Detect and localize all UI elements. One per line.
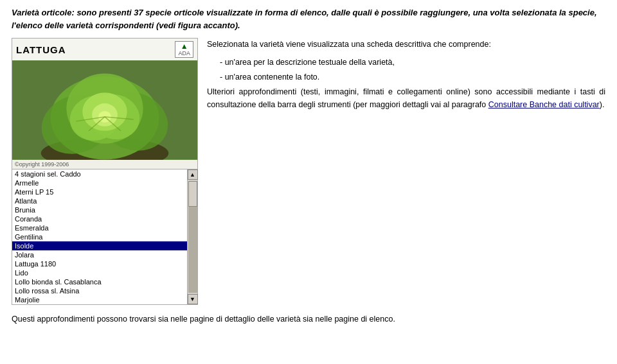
list-item[interactable]: Esmeralda <box>12 223 187 232</box>
list-item[interactable]: Coranda <box>12 214 187 223</box>
bullet-photo: - un'area contenente la foto. <box>220 71 605 83</box>
right-para1: Selezionata la varietà viene visualizzat… <box>207 38 605 51</box>
lettuce-illustration <box>12 60 197 160</box>
cultivar-link[interactable]: Consultare Banche dati cultivar <box>488 100 600 109</box>
variety-header: LATTUGA ▲ ADA <box>12 39 197 60</box>
variety-list-section: 4 stagioni sel. CaddoArmelleAterni LP 15… <box>12 169 197 304</box>
list-item[interactable]: Lollo bionda sl. Casablanca <box>12 277 187 286</box>
list-item[interactable]: Jolara <box>12 250 187 259</box>
list-item[interactable]: Lattuga 1180 <box>12 259 187 268</box>
right-para2: Ulteriori approfondimenti (testi, immagi… <box>207 85 605 111</box>
list-item[interactable]: Marjolie <box>12 295 187 304</box>
bottom-para: Questi approfondimenti possono trovarsi … <box>12 313 605 325</box>
list-item[interactable]: Atlanta <box>12 196 187 205</box>
scrollbar-track <box>188 181 197 293</box>
scrollbar-thumb[interactable] <box>188 181 197 207</box>
bottom-text: Questi approfondimenti possono trovarsi … <box>12 313 605 325</box>
ada-arrow-icon: ▲ <box>181 42 188 50</box>
page-title: Varietà orticole: sono presenti 37 speci… <box>12 6 605 31</box>
variety-list[interactable]: 4 stagioni sel. CaddoArmelleAterni LP 15… <box>12 169 187 304</box>
list-item[interactable]: Aterni LP 15 <box>12 187 187 196</box>
list-item[interactable]: Lollo rossa sl. Atsina <box>12 286 187 295</box>
variety-image <box>12 60 197 160</box>
scrollbar[interactable]: ▲ ▼ <box>187 169 197 304</box>
right-bullets: - un'area per la descrizione testuale de… <box>220 56 605 83</box>
list-item[interactable]: Gentilina <box>12 232 187 241</box>
ada-badge: ▲ ADA <box>175 41 193 58</box>
right-description: Selezionata la varietà viene visualizzat… <box>207 38 605 111</box>
right-panel: Selezionata la varietà viene visualizzat… <box>207 38 605 305</box>
list-item[interactable]: Brunia <box>12 205 187 214</box>
scroll-down-button[interactable]: ▼ <box>188 294 198 304</box>
list-item[interactable]: 4 stagioni sel. Caddo <box>12 169 187 178</box>
ada-label: ADA <box>178 50 190 56</box>
variety-box: LATTUGA ▲ ADA <box>12 38 198 305</box>
scroll-up-button[interactable]: ▲ <box>188 169 198 180</box>
bullet-description: - un'area per la descrizione testuale de… <box>220 56 605 69</box>
variety-title: LATTUGA <box>16 44 66 55</box>
list-item[interactable]: Lido <box>12 268 187 277</box>
list-item[interactable]: Armelle <box>12 178 187 187</box>
copyright: ©opyright 1999-2006 <box>12 160 197 169</box>
left-panel: LATTUGA ▲ ADA <box>12 38 198 305</box>
list-item[interactable]: Isolde <box>12 241 187 250</box>
